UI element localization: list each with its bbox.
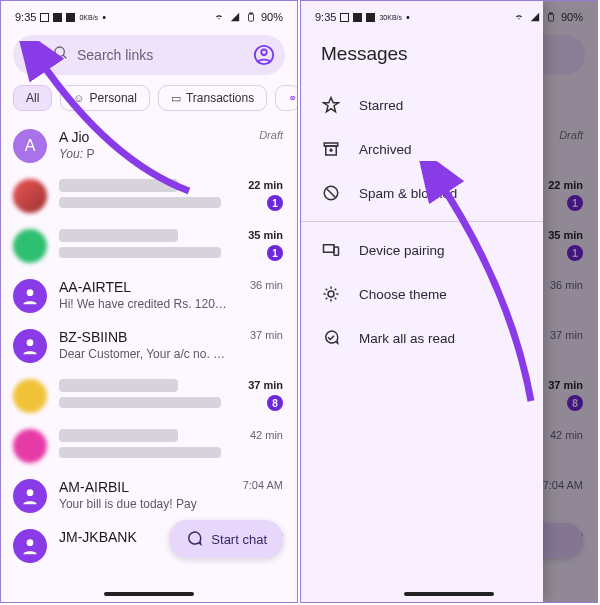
svg-rect-10	[548, 14, 553, 22]
search-icon	[53, 45, 69, 65]
conversation-item[interactable]: 42 min	[1, 421, 297, 471]
search-placeholder: Search links	[77, 47, 249, 63]
devices-icon	[321, 240, 341, 260]
conversation-meta: Draft	[241, 129, 283, 141]
svg-line-3	[63, 55, 66, 58]
svg-point-8	[27, 489, 34, 496]
drawer-item-label: Mark all as read	[359, 331, 455, 346]
drawer-item-starred[interactable]: Starred	[301, 83, 543, 127]
conversation-item[interactable]: 35 min1	[1, 221, 297, 271]
status-net-speed: 30KB/s	[379, 14, 402, 21]
avatar	[13, 179, 47, 213]
star-icon	[321, 95, 341, 115]
svg-rect-16	[324, 245, 335, 253]
chat-icon	[185, 530, 203, 548]
status-icon-app1	[53, 13, 62, 22]
status-battery-pct: 90%	[561, 11, 583, 23]
status-icon-app2	[66, 13, 75, 22]
status-bar: 9:35 30KB/s • 90%	[301, 1, 597, 29]
drawer-item-label: Choose theme	[359, 287, 447, 302]
conversation-item[interactable]: BZ-SBIINB Dear Customer, Your a/c no. XX…	[1, 321, 297, 371]
link-icon: ⚭	[288, 92, 297, 105]
avatar: A	[13, 129, 47, 163]
drawer-title: Messages	[301, 43, 543, 83]
conversation-name: AA-AIRTEL	[59, 279, 229, 295]
battery-icon	[545, 12, 557, 22]
unread-badge: 1	[267, 195, 283, 211]
avatar	[13, 329, 47, 363]
svg-rect-17	[334, 247, 339, 255]
conversation-item[interactable]: 37 min8	[1, 371, 297, 421]
signal-icon	[229, 12, 241, 22]
conversation-meta: 36 min	[241, 279, 283, 291]
svg-line-15	[327, 189, 336, 198]
conversation-preview	[59, 397, 221, 408]
search-bar[interactable]: Search links	[13, 35, 285, 75]
conversation-name: AM-AIRBIL	[59, 479, 229, 495]
avatar	[13, 379, 47, 413]
status-net-speed: 0KB/s	[79, 14, 98, 21]
gesture-bar	[104, 592, 194, 596]
svg-point-18	[328, 291, 334, 297]
avatar	[13, 279, 47, 313]
conversation-name	[59, 429, 178, 442]
avatar	[13, 229, 47, 263]
start-chat-fab[interactable]: Start chat	[169, 520, 283, 558]
avatar	[13, 529, 47, 563]
status-more-dot: •	[102, 11, 106, 23]
chip-transactions[interactable]: ▭Transactions	[158, 85, 267, 111]
drawer-item-device-pairing[interactable]: Device pairing	[301, 228, 543, 272]
conversation-item[interactable]: A A Jio You: P Draft	[1, 121, 297, 171]
conversation-name	[59, 379, 178, 392]
status-more-dot: •	[406, 11, 410, 23]
svg-point-9	[27, 539, 34, 546]
status-icon-pip	[40, 13, 49, 22]
status-battery-pct: 90%	[261, 11, 283, 23]
drawer-item-spam-blocked[interactable]: Spam & blocked	[301, 171, 543, 215]
chip-personal[interactable]: ☺Personal	[60, 85, 150, 111]
mark-read-icon	[321, 328, 341, 348]
wifi-icon	[213, 12, 225, 22]
account-avatar-button[interactable]	[249, 40, 279, 70]
theme-icon	[321, 284, 341, 304]
conversation-preview: You: P	[59, 147, 229, 161]
card-icon: ▭	[171, 92, 181, 105]
svg-point-6	[27, 289, 34, 296]
conversation-item[interactable]: 22 min1	[1, 171, 297, 221]
status-bar: 9:35 0KB/s • 90%	[1, 1, 297, 29]
svg-point-7	[27, 339, 34, 346]
conversation-meta: 42 min	[241, 429, 283, 441]
phone-screenshot-right: ⚭ Draft 22 min1 35 min1 36 min 37 min 37…	[300, 0, 598, 603]
svg-point-5	[261, 50, 267, 56]
conversation-list[interactable]: A A Jio You: P Draft 22 min1 35 min1 AA-…	[1, 121, 297, 563]
conversation-meta: 35 min1	[241, 229, 283, 261]
hamburger-menu-button[interactable]	[25, 49, 43, 61]
drawer-item-mark-all-read[interactable]: Mark all as read	[301, 316, 543, 360]
fab-label: Start chat	[211, 532, 267, 547]
conversation-name	[59, 179, 178, 192]
battery-icon	[245, 12, 257, 22]
chip-all[interactable]: All	[13, 85, 52, 111]
conversation-meta: 37 min	[241, 329, 283, 341]
conversation-name: A Jio	[59, 129, 229, 145]
conversation-preview	[59, 197, 221, 208]
gesture-bar	[404, 592, 494, 596]
conversation-item[interactable]: AM-AIRBIL Your bill is due today! Pay 7:…	[1, 471, 297, 521]
drawer-separator	[301, 221, 543, 222]
conversation-meta: 7:04 AM	[241, 479, 283, 491]
status-time: 9:35	[315, 11, 336, 23]
drawer-item-label: Device pairing	[359, 243, 445, 258]
chip-more[interactable]: ⚭	[275, 85, 297, 111]
conversation-meta: 22 min1	[241, 179, 283, 211]
drawer-item-choose-theme[interactable]: Choose theme	[301, 272, 543, 316]
conversation-preview: Your bill is due today! Pay	[59, 497, 229, 511]
svg-rect-0	[248, 14, 253, 22]
conversation-item[interactable]: AA-AIRTEL Hi! We have credited Rs. 120 b…	[1, 271, 297, 321]
drawer-item-label: Spam & blocked	[359, 186, 457, 201]
svg-point-2	[55, 47, 64, 56]
unread-badge: 1	[267, 245, 283, 261]
avatar	[13, 429, 47, 463]
drawer-item-archived[interactable]: Archived	[301, 127, 543, 171]
conversation-preview	[59, 447, 221, 458]
conversation-meta: 37 min8	[241, 379, 283, 411]
